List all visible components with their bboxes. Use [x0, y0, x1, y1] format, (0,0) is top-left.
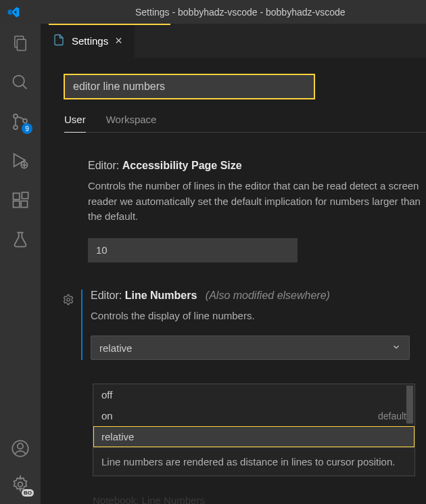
line-numbers-select[interactable]: relative	[91, 336, 410, 360]
option-off[interactable]: off	[93, 384, 415, 405]
svg-rect-1	[17, 39, 26, 50]
svg-point-6	[23, 119, 27, 123]
modified-elsewhere-note: (Also modified elsewhere)	[206, 290, 330, 301]
option-description: Line numbers are rendered as distance in…	[93, 447, 415, 476]
scope-workspace-tab[interactable]: Workspace	[106, 114, 157, 133]
tab-label: Settings	[72, 35, 108, 47]
svg-rect-11	[14, 201, 20, 207]
svg-point-16	[18, 482, 23, 487]
setting-title: Editor: Accessibility Page Size	[88, 160, 426, 172]
setting-accessibility-page-size: Editor: Accessibility Page Size Controls…	[64, 160, 426, 262]
search-icon[interactable]	[11, 73, 30, 92]
svg-point-15	[18, 443, 23, 449]
default-indicator: default	[378, 411, 406, 421]
setting-description: Controls the number of lines in the edit…	[88, 179, 426, 225]
scm-badge: 9	[22, 123, 32, 134]
extensions-icon[interactable]	[11, 191, 30, 210]
next-setting-peek: Notebook: Line Numbers	[93, 495, 205, 504]
testing-icon[interactable]	[11, 230, 30, 249]
svg-point-17	[67, 298, 70, 301]
svg-rect-13	[22, 192, 28, 198]
accounts-icon[interactable]	[11, 439, 30, 458]
settings-badge: BO	[22, 489, 34, 497]
source-control-icon[interactable]: 9	[11, 112, 30, 131]
svg-point-2	[14, 76, 24, 87]
vscode-logo-icon	[7, 5, 20, 19]
option-relative[interactable]: relative	[93, 426, 415, 447]
settings-file-icon	[53, 34, 65, 48]
settings-search-input[interactable]: editor line numbers	[64, 74, 314, 99]
chevron-down-icon	[392, 342, 401, 354]
svg-point-4	[14, 114, 18, 118]
tab-settings[interactable]: Settings ×	[41, 24, 135, 58]
scope-user-tab[interactable]: User	[64, 114, 86, 133]
settings-gear-icon[interactable]: BO	[11, 475, 30, 494]
settings-content: editor line numbers User Workspace Edito…	[41, 58, 426, 360]
accessibility-page-size-input[interactable]: 10	[88, 238, 298, 262]
setting-line-numbers: Editor: Line Numbers (Also modified else…	[81, 290, 426, 361]
svg-line-3	[23, 85, 27, 89]
explorer-icon[interactable]	[11, 34, 30, 53]
window-title: Settings - bobbyhadz-vscode - bobbyhadz-…	[135, 7, 346, 18]
scope-tabs: User Workspace	[64, 114, 426, 133]
option-on[interactable]: on default	[93, 405, 415, 426]
svg-rect-10	[14, 193, 20, 200]
tab-bar: Settings ×	[41, 24, 426, 58]
svg-point-5	[14, 125, 18, 129]
tab-activity-indicator	[49, 24, 170, 25]
setting-description: Controls the display of line numbers.	[91, 308, 426, 324]
run-debug-icon[interactable]	[11, 152, 30, 170]
gear-icon[interactable]	[62, 294, 74, 308]
line-numbers-dropdown: off on default relative Line numbers are…	[93, 384, 415, 476]
close-icon[interactable]: ×	[115, 34, 122, 48]
activity-bar: 9 BO	[0, 24, 41, 504]
setting-title: Editor: Line Numbers (Also modified else…	[91, 290, 426, 302]
title-bar: Settings - bobbyhadz-vscode - bobbyhadz-…	[0, 0, 426, 24]
svg-rect-12	[21, 201, 27, 207]
dropdown-scrollbar[interactable]	[406, 386, 413, 423]
